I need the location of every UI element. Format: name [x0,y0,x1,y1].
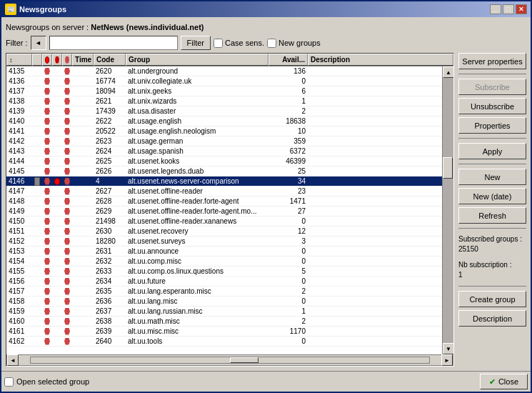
cell-group: alt.usenet.offline-reader [126,186,268,196]
table-row[interactable]: 4139 17439 alt.usa.disaster 2 [6,106,442,116]
col-header-desc[interactable]: Description [308,54,453,66]
table-row[interactable]: 4148 2628 alt.usenet.offline-reader.fort… [6,196,442,207]
table-row[interactable]: 4141 20522 alt.usage.english.neologism 1… [6,126,442,136]
case-sens-label[interactable]: Case sens. [214,39,264,48]
table-row[interactable]: 4155 2633 alt.uu.comp.os.linux.questions… [6,267,442,277]
cell-desc [308,136,442,146]
properties-button[interactable]: Properties [458,117,526,134]
scroll-thumb[interactable] [443,157,453,179]
col-header-avail[interactable]: Avail... [268,54,308,66]
table-row[interactable]: 4147 2627 alt.usenet.offline-reader 23 [6,186,442,196]
col-header-num[interactable]: ↕ [6,54,32,66]
table-row[interactable]: 4158 2636 alt.uu.lang.misc 0 [6,297,442,307]
cell-icon1 [32,217,42,227]
close-title-button[interactable]: ✕ [516,4,527,14]
cell-icon1 [32,267,42,277]
table-row[interactable]: 4145 2626 alt.usenet.legends.duab 25 [6,166,442,176]
table-row[interactable]: 4162 2640 alt.uu.tools 0 [6,337,442,347]
cell-icon2 [42,86,52,96]
filter-button[interactable]: Filter [181,36,211,50]
cell-avail: 0 [268,277,308,287]
cell-group: alt.uu.comp.misc [126,257,268,267]
table-row[interactable]: 4136 16774 alt.univ.collegiate.uk 0 [6,76,442,86]
new-groups-label[interactable]: New groups [267,39,321,48]
cell-num: 4137 [6,86,32,96]
table-row[interactable]: 4137 18094 alt.unix.geeks 6 [6,86,442,96]
new-date-button[interactable]: New (date) [458,188,526,204]
cell-time [72,86,94,96]
cell-code: 2639 [94,327,126,337]
filter-nav-back[interactable]: ◄ [31,36,46,50]
open-group-area[interactable]: Open selected group [4,377,89,387]
table-row[interactable]: 4159 2637 alt.uu.lang.russian.misc 1 [6,307,442,317]
cell-group: alt.usenet.offline-reader.forte-agent [126,196,268,207]
col-header-icon1[interactable] [32,54,42,66]
h-scroll-track[interactable] [30,357,430,364]
col-header-icon3[interactable] [52,54,62,66]
col-header-code[interactable]: Code [94,54,126,66]
cell-icon2 [42,297,52,307]
table-row[interactable]: 4152 18280 alt.usenet.surveys 3 [6,237,442,247]
unsubscribe-button[interactable]: Unsubscribe [458,98,526,114]
cell-code: 2622 [94,116,126,126]
cell-group: alt.uu.math.misc [126,317,268,327]
minimize-button[interactable]: _ [490,4,501,14]
new-groups-checkbox[interactable] [267,39,276,48]
cell-code: 2636 [94,297,126,307]
bottom-scrollbar[interactable]: ◄ ► [6,354,453,366]
table-row[interactable]: 4154 2632 alt.uu.comp.misc 0 [6,257,442,267]
table-row[interactable]: 4140 2622 alt.usage.english 18638 [6,116,442,126]
create-group-button[interactable]: Create group [458,291,526,307]
subscribe-button[interactable]: Subscribe [458,79,526,95]
table-row[interactable]: 4143 2624 alt.usage.spanish 6372 [6,146,442,156]
scroll-right-arrow[interactable]: ► [441,354,453,366]
table-row[interactable]: 4153 2631 alt.uu.announce 0 [6,247,442,257]
table-row[interactable]: 4146 4 alt.usenet.news-server-comparison… [6,176,442,186]
server-properties-button[interactable]: Server properties [458,53,526,69]
cell-icon4 [62,106,72,116]
table-row[interactable]: 4156 2634 alt.uu.future 0 [6,277,442,287]
h-scroll-thumb[interactable] [230,357,259,363]
table-row[interactable]: 4157 2635 alt.uu.lang.esperanto.misc 2 [6,287,442,297]
scroll-down-arrow[interactable]: ▼ [443,343,453,354]
cell-group: alt.usenet.offline-reader.xananews [126,217,268,227]
col-header-time[interactable]: Time [72,54,94,66]
scroll-left-arrow[interactable]: ◄ [7,354,19,366]
col-header-icon4[interactable] [62,54,72,66]
case-sens-checkbox[interactable] [214,39,223,48]
table-row[interactable]: 4142 2623 alt.usage.german 359 [6,136,442,146]
table-row[interactable]: 4149 2629 alt.usenet.offline-reader.fort… [6,207,442,217]
col-header-group[interactable]: Group [126,54,268,66]
cell-group: alt.unix.wizards [126,96,268,106]
close-button[interactable]: ✔ Close [480,374,528,389]
cell-group: alt.underground [126,66,268,76]
cell-desc [308,126,442,136]
table-scroll[interactable]: 4135 2620 alt.underground 136 4136 16774… [6,66,442,354]
window-body: Newsgroups on server : NetNews (news.ind… [1,17,531,371]
table-row[interactable]: 4161 2639 alt.uu.misc.misc 1170 [6,327,442,337]
vertical-scrollbar[interactable]: ▲ ▼ [442,66,453,354]
cell-avail: 1170 [268,327,308,337]
cell-time [72,106,94,116]
col-header-icon2[interactable] [42,54,52,66]
cell-avail: 46399 [268,156,308,166]
maximize-button[interactable]: □ [503,4,514,14]
description-button[interactable]: Description [458,310,526,327]
table-row[interactable]: 4151 2630 alt.usenet.recovery 12 [6,227,442,237]
table-row[interactable]: 4150 21498 alt.usenet.offline-reader.xan… [6,217,442,227]
table-row[interactable]: 4160 2638 alt.uu.math.misc 2 [6,317,442,327]
filter-input[interactable] [49,36,178,50]
cell-code: 2621 [94,96,126,106]
open-group-checkbox[interactable] [4,377,14,387]
new-button[interactable]: New [458,169,526,185]
scroll-track[interactable] [443,78,453,343]
cell-avail: 6 [268,86,308,96]
scroll-up-arrow[interactable]: ▲ [443,66,453,78]
table-row[interactable]: 4138 2621 alt.unix.wizards 1 [6,96,442,106]
refresh-button[interactable]: Refresh [458,207,526,224]
apply-button[interactable]: Apply [458,143,526,159]
table-row[interactable]: 4135 2620 alt.underground 136 [6,66,442,76]
table-row[interactable]: 4144 2625 alt.usenet.kooks 46399 [6,156,442,166]
cell-icon3 [52,136,62,146]
cell-icon2 [42,96,52,106]
